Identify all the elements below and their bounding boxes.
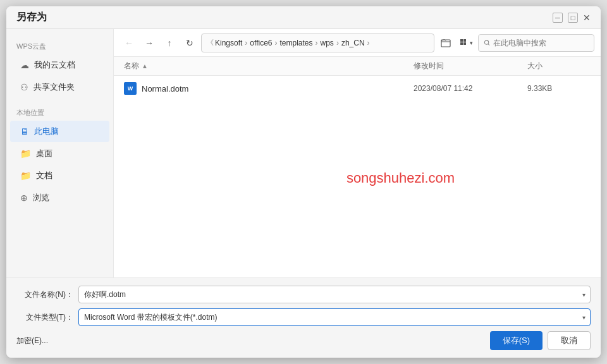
svg-rect-1 (460, 39, 463, 42)
up-button[interactable]: ↑ (161, 34, 178, 52)
minimize-button[interactable]: ─ (553, 13, 563, 23)
main-area: ← → ↑ ↻ 《 Kingsoft › office6 › templates… (114, 29, 601, 277)
filename-label: 文件名称(N)： (16, 289, 73, 300)
sidebar-item-label: 我的云文档 (34, 59, 75, 71)
sidebar-item-label: 浏览 (33, 192, 49, 203)
save-as-dialog: 另存为 ─ □ ✕ WPS云盘 ☁ 我的云文档 ⚇ 共享文件夹 本地位置 🖥 此… (6, 6, 601, 358)
filetype-label: 文件类型(T)： (16, 312, 73, 323)
cancel-button[interactable]: 取消 (548, 331, 591, 350)
sidebar-item-label: 文档 (36, 170, 52, 181)
breadcrumb-office6[interactable]: office6 (250, 39, 272, 47)
sidebar: WPS云盘 ☁ 我的云文档 ⚇ 共享文件夹 本地位置 🖥 此电脑 📁 桌面 📁 … (6, 29, 114, 277)
svg-point-5 (484, 40, 488, 44)
sidebar-item-documents[interactable]: 📁 文档 (10, 165, 109, 186)
sort-arrow: ▲ (142, 63, 148, 70)
file-icon: W (124, 82, 137, 95)
main-content: WPS云盘 ☁ 我的云文档 ⚇ 共享文件夹 本地位置 🖥 此电脑 📁 桌面 📁 … (6, 29, 601, 277)
filetype-select[interactable]: Microsoft Word 带宏的模板文件(*.dotm) Microsoft… (78, 308, 591, 326)
refresh-button[interactable]: ↻ (181, 34, 199, 52)
search-box[interactable] (478, 34, 594, 52)
breadcrumb[interactable]: 《 Kingsoft › office6 › templates › wps ›… (201, 33, 434, 52)
search-icon (484, 39, 491, 47)
dialog-title: 另存为 (16, 11, 47, 24)
encrypt-row: 加密(E)... 保存(S) 取消 (16, 331, 591, 350)
breadcrumb-wps[interactable]: wps (321, 39, 334, 47)
file-list-header: 名称 ▲ 修改时间 大小 (114, 57, 601, 76)
breadcrumb-zh-cn[interactable]: zh_CN (341, 39, 365, 47)
sidebar-item-browse[interactable]: ⊕ 浏览 (10, 187, 109, 209)
maximize-button[interactable]: □ (568, 13, 578, 23)
filename-input-wrapper: ▾ (78, 286, 591, 303)
sidebar-item-shared-folder[interactable]: ⚇ 共享文件夹 (10, 76, 109, 98)
shared-icon: ⚇ (20, 82, 28, 92)
bottom-form: 文件名称(N)： ▾ 文件类型(T)： Microsoft Word 带宏的模板… (6, 277, 601, 358)
view-button[interactable]: ▾ (457, 34, 475, 52)
column-size: 大小 (527, 61, 591, 71)
sidebar-item-label: 桌面 (36, 148, 52, 159)
encrypt-button[interactable]: 加密(E)... (16, 336, 48, 346)
sidebar-item-label: 此电脑 (34, 126, 59, 137)
save-button[interactable]: 保存(S) (490, 331, 543, 350)
table-row[interactable]: W Normal.dotm 2023/08/07 11:42 9.33KB (114, 78, 601, 99)
desktop-folder-icon: 📁 (20, 149, 31, 159)
new-folder-button[interactable] (437, 34, 455, 52)
filetype-select-wrapper: Microsoft Word 带宏的模板文件(*.dotm) Microsoft… (78, 308, 591, 326)
local-section-label: 本地位置 (6, 103, 113, 120)
view-chevron: ▾ (470, 40, 473, 46)
column-date: 修改时间 (414, 61, 527, 71)
file-list-container: 名称 ▲ 修改时间 大小 W Normal.dotm 2023/08/07 11… (114, 57, 601, 277)
titlebar: 另存为 ─ □ ✕ (6, 6, 601, 29)
close-button[interactable]: ✕ (583, 13, 591, 22)
filename-row: 文件名称(N)： ▾ (16, 286, 591, 303)
svg-rect-3 (460, 42, 463, 45)
file-list-body: W Normal.dotm 2023/08/07 11:42 9.33KB (114, 76, 601, 277)
svg-rect-2 (463, 39, 466, 42)
window-controls: ─ □ ✕ (553, 13, 591, 23)
filetype-row: 文件类型(T)： Microsoft Word 带宏的模板文件(*.dotm) … (16, 308, 591, 326)
file-size: 9.33KB (527, 84, 591, 93)
browse-icon: ⊕ (20, 193, 28, 203)
svg-rect-4 (463, 42, 466, 45)
sidebar-item-label: 共享文件夹 (34, 82, 75, 93)
cloud-icon: ☁ (20, 60, 29, 70)
breadcrumb-templates[interactable]: templates (280, 39, 313, 47)
file-name: Normal.dotm (142, 84, 414, 94)
filename-input[interactable] (78, 286, 591, 303)
breadcrumb-kingsoft[interactable]: Kingsoft (215, 39, 242, 47)
breadcrumb-icon: 《 (207, 38, 214, 47)
forward-button[interactable]: → (140, 34, 158, 52)
sidebar-item-my-cloud[interactable]: ☁ 我的云文档 (10, 54, 109, 76)
column-name: 名称 ▲ (124, 61, 414, 71)
toolbar: ← → ↑ ↻ 《 Kingsoft › office6 › templates… (114, 29, 601, 57)
file-date: 2023/08/07 11:42 (414, 84, 527, 93)
svg-rect-0 (441, 40, 450, 47)
filename-dropdown-arrow: ▾ (582, 291, 586, 298)
sidebar-item-this-pc[interactable]: 🖥 此电脑 (10, 121, 109, 142)
documents-folder-icon: 📁 (20, 171, 31, 181)
cloud-section-label: WPS云盘 (6, 37, 113, 54)
computer-icon: 🖥 (20, 126, 29, 136)
action-buttons: 保存(S) 取消 (490, 331, 591, 350)
sidebar-item-desktop[interactable]: 📁 桌面 (10, 143, 109, 164)
back-button[interactable]: ← (120, 34, 138, 52)
search-input[interactable] (493, 39, 589, 47)
